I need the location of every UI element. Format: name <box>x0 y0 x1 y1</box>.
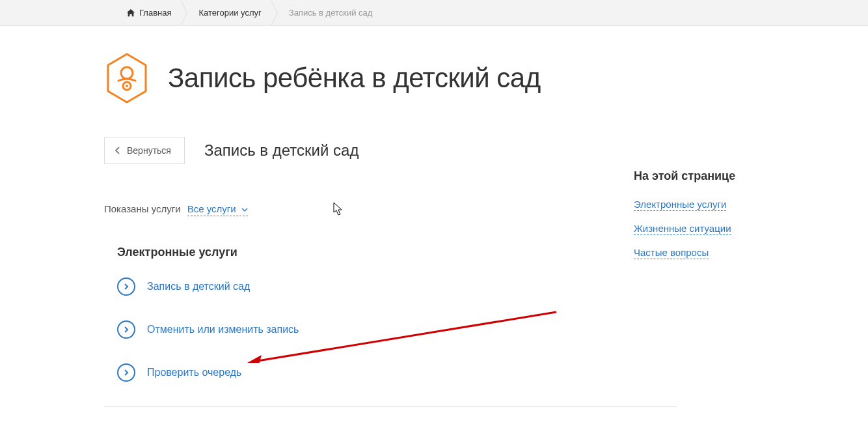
service-list: Запись в детский сад Отменить или измени… <box>117 277 868 382</box>
breadcrumb-current: Запись в детский сад <box>280 0 382 26</box>
service-link[interactable]: Проверить очередь <box>147 367 241 378</box>
back-button-label: Вернуться <box>127 145 171 156</box>
service-item-enroll[interactable]: Запись в детский сад <box>117 277 868 296</box>
sidebar: На этой странице Электронные услуги Жизн… <box>634 169 777 271</box>
filter-label: Показаны услуги <box>104 203 181 214</box>
chevron-left-icon <box>114 147 122 154</box>
service-link[interactable]: Запись в детский сад <box>147 281 250 292</box>
subheader-row: Вернуться Запись в детский сад <box>104 137 868 164</box>
breadcrumb-current-label: Запись в детский сад <box>289 8 373 18</box>
breadcrumb-categories-label: Категории услуг <box>198 8 261 18</box>
breadcrumb-home[interactable]: Главная <box>117 0 180 26</box>
service-link[interactable]: Отменить или изменить запись <box>147 324 299 335</box>
service-item-check-queue[interactable]: Проверить очередь <box>117 363 868 382</box>
breadcrumb-categories[interactable]: Категории услуг <box>189 0 270 26</box>
sidebar-link-life[interactable]: Жизненные ситуации <box>634 223 731 235</box>
sidebar-title: На этой странице <box>634 169 777 183</box>
subtitle: Запись в детский сад <box>204 141 359 160</box>
svg-point-2 <box>126 85 128 87</box>
breadcrumb: Главная Категории услуг Запись в детский… <box>0 0 868 26</box>
pacifier-hex-icon <box>104 52 150 104</box>
sidebar-link-eservices[interactable]: Электронные услуги <box>634 199 726 211</box>
page-header: Запись ребёнка в детский сад <box>104 52 868 104</box>
divider <box>104 406 677 407</box>
service-item-cancel[interactable]: Отменить или изменить запись <box>117 320 868 339</box>
arrow-circle-icon <box>117 320 135 339</box>
svg-point-0 <box>121 67 133 79</box>
arrow-circle-icon <box>117 277 135 296</box>
filter-dropdown[interactable]: Все услуги <box>187 203 248 216</box>
arrow-circle-icon <box>117 363 135 382</box>
page-title: Запись ребёнка в детский сад <box>168 63 541 94</box>
back-button[interactable]: Вернуться <box>104 137 185 164</box>
sidebar-link-faq[interactable]: Частые вопросы <box>634 247 709 259</box>
breadcrumb-home-label: Главная <box>139 8 171 18</box>
chevron-down-icon <box>241 207 248 212</box>
home-icon <box>126 8 135 18</box>
filter-selected: Все услуги <box>187 203 236 214</box>
